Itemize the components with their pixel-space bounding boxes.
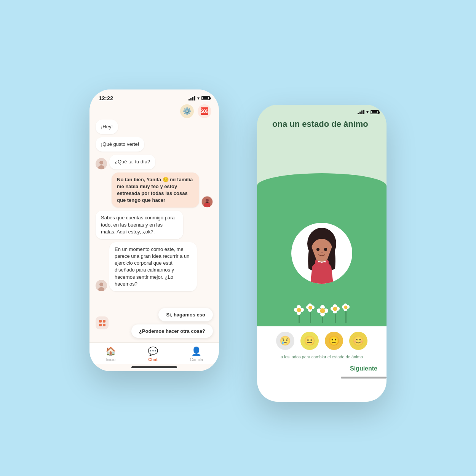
svg-point-11: [316, 248, 319, 251]
svg-point-12: [324, 248, 327, 251]
svg-rect-15: [326, 260, 329, 267]
mood-title: ona un estado de ánimo: [265, 119, 379, 135]
bot-avatar: [96, 158, 107, 169]
mood-slight-smile[interactable]: 🙂: [325, 332, 343, 350]
svg-point-1: [99, 161, 103, 165]
svg-rect-5: [204, 203, 210, 207]
mood-home-indicator: [341, 377, 387, 379]
quick-replies: Sí, hagamos eso ¿Podemos hacer otra cosa…: [89, 305, 219, 342]
mood-illustration: [284, 223, 360, 299]
tab-camila-label: Camila: [190, 357, 203, 362]
mood-screen: ▾ ona un estado de ánimo: [257, 105, 387, 402]
help-button[interactable]: 🆘: [198, 104, 211, 118]
quick-reply-yes[interactable]: Sí, hagamos eso: [158, 308, 213, 321]
status-bar: 12:22 ▾: [89, 89, 219, 101]
mood-status-bar: ▾: [265, 109, 379, 115]
svg-rect-14: [315, 260, 318, 267]
svg-point-4: [206, 199, 209, 202]
signal-icon: [188, 96, 195, 101]
message-row: No tan bien, Yanita 😔 mi familia me habl…: [96, 173, 213, 208]
grid-button[interactable]: [96, 316, 109, 329]
tab-chat[interactable]: 💬 Chat: [148, 347, 158, 362]
chat-bubble-user: No tan bien, Yanita 😔 mi familia me habl…: [112, 173, 199, 208]
chat-header-icons: ⚙️ 🆘: [89, 101, 219, 120]
chat-messages: ¡Hey! ¡Qué gusto verte! ¿Qué ta: [89, 120, 219, 305]
phones-container: 12:22 ▾ ⚙️ 🆘 ¡Hey!: [89, 67, 387, 409]
svg-point-7: [99, 283, 103, 286]
message-row: ¿Qué tal tu día?: [96, 155, 213, 169]
home-icon: 🏠: [105, 347, 116, 356]
tab-inicio[interactable]: 🏠 Inicio: [105, 347, 116, 362]
mood-emojis: 😢 😐 🙂 😊: [257, 326, 387, 350]
quick-reply-other[interactable]: ¿Podemos hacer otra cosa?: [131, 324, 213, 338]
next-label: Siguiente: [350, 365, 377, 372]
home-indicator: [131, 366, 177, 368]
next-button[interactable]: Siguiente: [257, 359, 387, 372]
mood-sad[interactable]: 😢: [276, 332, 294, 350]
bot-avatar: [96, 280, 107, 291]
wifi-icon: ▾: [197, 96, 200, 101]
signal-icon: [358, 110, 364, 114]
chat-bubble-bot: Sabes que cuentas conmigo para todo, en …: [96, 211, 183, 239]
mood-hint: a los lados para cambiar el estado de án…: [257, 355, 387, 359]
message-row: En un momento como este, me parece una g…: [96, 242, 213, 291]
status-icons: ▾: [188, 96, 210, 101]
battery-icon: [371, 110, 379, 114]
mood-bottom-section: 😢 😐 🙂 😊 a los lados para cambiar el esta…: [257, 326, 387, 402]
tab-inicio-label: Inicio: [106, 357, 116, 362]
camila-icon: 👤: [191, 347, 201, 356]
user-avatar: [201, 196, 213, 208]
message-row: Sabes que cuentas conmigo para todo, en …: [96, 211, 213, 239]
battery-icon: [201, 96, 210, 100]
chat-bubble-bot: ¿Qué tal tu día?: [109, 155, 155, 169]
chat-bubble-bot: ¡Qué gusto verte!: [96, 137, 144, 152]
svg-point-13: [321, 252, 323, 253]
chat-icon: 💬: [148, 347, 158, 356]
phone-chat: 12:22 ▾ ⚙️ 🆘 ¡Hey!: [89, 89, 219, 371]
status-time: 12:22: [99, 95, 113, 101]
chat-bubble-bot: En un momento como este, me parece una g…: [109, 242, 197, 291]
tab-chat-label: Chat: [148, 357, 157, 362]
phone-mood: ▾ ona un estado de ánimo: [257, 105, 387, 402]
tab-camila[interactable]: 👤 Camila: [190, 347, 203, 362]
chat-bubble-bot: ¡Hey!: [96, 120, 118, 134]
settings-button[interactable]: ⚙️: [180, 104, 194, 118]
message-row: ¡Qué gusto verte!: [96, 137, 213, 152]
message-row: ¡Hey!: [96, 120, 213, 134]
mood-neutral[interactable]: 😐: [300, 332, 319, 350]
wifi-icon: ▾: [366, 109, 369, 115]
tab-bar: 🏠 Inicio 💬 Chat 👤 Camila: [89, 342, 219, 364]
mood-happy[interactable]: 😊: [349, 332, 367, 350]
mood-status-area: ▾ ona un estado de ánimo: [257, 105, 387, 135]
mood-avatar-circle: [291, 223, 352, 284]
